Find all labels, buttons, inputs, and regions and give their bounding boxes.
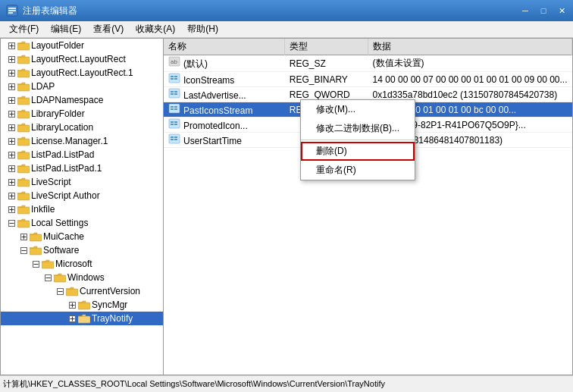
- svg-rect-1: [8, 8, 16, 9]
- tree-expand-windows: [42, 271, 54, 284]
- svg-rect-27: [17, 111, 30, 118]
- tree-label-ldap: LDAP: [31, 81, 55, 92]
- tree-expand-microsoft: [30, 258, 42, 270]
- svg-rect-96: [171, 106, 174, 108]
- folder-icon-live-script-author: [17, 190, 30, 201]
- tree-item-ldap[interactable]: LDAP: [1, 80, 163, 93]
- tree-label-list-pad: ListPad.ListPad: [31, 149, 94, 160]
- menu-help[interactable]: 帮助(H): [181, 21, 224, 37]
- reg-value-icon: [168, 136, 180, 146]
- context-menu-item-modify-binary[interactable]: 修改二进制数据(B)...: [301, 119, 415, 138]
- reg-value-icon: [168, 90, 180, 101]
- close-button[interactable]: ✕: [553, 3, 570, 18]
- maximize-button[interactable]: □: [535, 3, 552, 18]
- folder-icon-windows: [54, 272, 66, 283]
- tree-label-live-script: LiveScript: [31, 177, 71, 187]
- cell-name-text: PastIconsStream: [183, 105, 252, 116]
- folder-icon-local-settings: [17, 218, 30, 228]
- folder-icon-sync-mgr: [78, 299, 90, 310]
- svg-rect-47: [17, 180, 30, 187]
- minimize-button[interactable]: ─: [517, 3, 534, 18]
- svg-rect-7: [17, 43, 30, 50]
- tree-expand-live-script: [5, 176, 17, 188]
- tree-item-tray-notify[interactable]: TrayNotify: [1, 312, 163, 325]
- tree-item-layout-rect[interactable]: LayoutRect.LayoutRect: [1, 52, 163, 66]
- tree-item-sync-mgr[interactable]: SyncMgr: [1, 298, 163, 312]
- svg-rect-91: [171, 91, 174, 93]
- svg-rect-109: [174, 139, 177, 140]
- tree-item-license-manager[interactable]: License.Manager.1: [1, 134, 163, 148]
- tree-expand-list-pad1: [5, 162, 17, 174]
- table-row[interactable]: ab (默认)REG_SZ(数值未设置): [164, 55, 572, 72]
- tree-item-live-script[interactable]: LiveScript: [1, 175, 163, 189]
- svg-rect-51: [17, 193, 30, 200]
- folder-icon-library-location: [17, 122, 30, 133]
- svg-rect-71: [54, 275, 66, 282]
- tree-label-layout-rect: LayoutRect.LayoutRect: [31, 54, 126, 64]
- tree-expand-layout-rect: [5, 53, 17, 65]
- tree-expand-mui-cache: [17, 230, 30, 243]
- tree-item-layout-folder[interactable]: LayoutFolder: [1, 39, 163, 52]
- tree-expand-inkfile: [5, 203, 17, 215]
- svg-rect-43: [17, 166, 30, 173]
- tree-item-microsoft[interactable]: Microsoft: [1, 257, 163, 271]
- col-type[interactable]: 类型: [285, 39, 368, 55]
- svg-rect-74: [66, 289, 78, 296]
- svg-rect-102: [174, 121, 177, 123]
- tree-item-mui-cache[interactable]: MuiCache: [1, 230, 163, 243]
- folder-icon-software: [30, 245, 42, 256]
- tree-item-ldap-namespace[interactable]: LDAPNamespace: [1, 93, 163, 107]
- svg-rect-2: [8, 10, 16, 11]
- folder-icon-library-folder: [17, 108, 30, 119]
- tree-label-license-manager: License.Manager.1: [31, 136, 108, 146]
- reg-value-icon: [168, 105, 180, 116]
- table-header-row: 名称 类型 数据: [164, 39, 572, 55]
- title-bar-buttons: ─ □ ✕: [517, 3, 570, 18]
- svg-rect-31: [17, 125, 30, 132]
- menu-favorites[interactable]: 收藏夹(A): [130, 21, 181, 37]
- tree-expand-local-settings: [5, 217, 17, 229]
- cell-name-icon-streams-row: IconStreams: [164, 72, 285, 87]
- tree-item-windows[interactable]: Windows: [1, 271, 163, 284]
- col-data[interactable]: 数据: [368, 39, 572, 55]
- tree-item-live-script-author[interactable]: LiveScript Author: [1, 189, 163, 202]
- reg-value-icon: [168, 75, 180, 86]
- tree-item-software[interactable]: Software: [1, 243, 163, 257]
- tree-label-local-settings: Local Settings: [31, 218, 88, 228]
- menu-file[interactable]: 文件(F): [3, 21, 45, 37]
- svg-rect-106: [171, 136, 174, 138]
- context-menu-item-rename[interactable]: 重命名(R): [301, 161, 415, 180]
- svg-rect-98: [171, 108, 174, 110]
- window-title: 注册表编辑器: [23, 5, 77, 17]
- tree-expand-ldap: [5, 80, 17, 93]
- folder-icon-layout-rect: [17, 54, 30, 64]
- tree-label-sync-mgr: SyncMgr: [92, 299, 127, 310]
- tree-label-list-pad1: ListPad.ListPad.1: [31, 163, 102, 174]
- menu-view[interactable]: 查看(V): [87, 21, 130, 37]
- cell-name-promoted-icon-row: PromotedIcon...: [164, 118, 285, 133]
- tree-item-list-pad1[interactable]: ListPad.ListPad.1: [1, 162, 163, 175]
- tree-item-local-settings[interactable]: Local Settings: [1, 216, 163, 230]
- svg-rect-92: [174, 91, 177, 93]
- svg-rect-87: [174, 76, 177, 77]
- tree-expand-live-script-author: [5, 190, 17, 202]
- svg-rect-3: [8, 12, 13, 14]
- tree-item-library-folder[interactable]: LibraryFolder: [1, 107, 163, 121]
- svg-text:ab: ab: [171, 58, 177, 65]
- tree-item-list-pad[interactable]: ListPad.ListPad: [1, 148, 163, 162]
- tree-item-inkfile[interactable]: Inkfile: [1, 202, 163, 216]
- col-name[interactable]: 名称: [164, 39, 285, 55]
- folder-icon-list-pad1: [17, 163, 30, 174]
- folder-icon-ldap: [17, 81, 30, 92]
- tree-item-library-location[interactable]: LibraryLocation: [1, 121, 163, 134]
- tree-label-mui-cache: MuiCache: [43, 231, 84, 242]
- table-row[interactable]: IconStreamsREG_BINARY14 00 00 00 07 00 0…: [164, 72, 572, 87]
- svg-rect-89: [174, 78, 177, 80]
- menu-edit[interactable]: 编辑(E): [45, 21, 87, 37]
- tree-item-layout-rect1[interactable]: LayoutRect.LayoutRect.1: [1, 66, 163, 80]
- tree-item-current-version[interactable]: CurrentVersion: [1, 284, 163, 298]
- context-menu-item-modify[interactable]: 修改(M)...: [301, 100, 415, 119]
- svg-rect-93: [171, 93, 174, 95]
- context-menu-item-delete[interactable]: 删除(D): [301, 142, 415, 161]
- svg-rect-68: [42, 262, 54, 268]
